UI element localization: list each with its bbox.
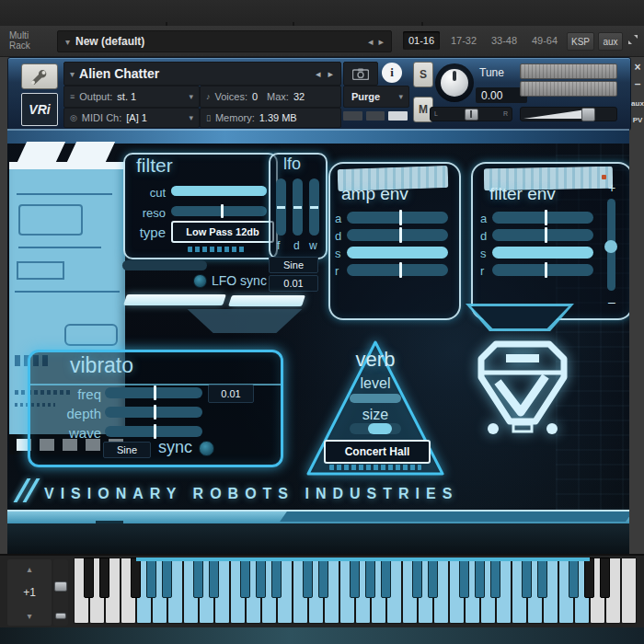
page-tab-49-64[interactable]: 49-64: [526, 31, 563, 50]
filter-type-dropdown[interactable]: Low Pass 12db: [171, 221, 274, 243]
midi-channel-selector[interactable]: ◎ MIDI Ch: [A] 1 ▾: [63, 108, 200, 128]
page-tab-17-32[interactable]: 17-32: [445, 31, 482, 50]
black-key[interactable]: [584, 558, 594, 598]
black-key[interactable]: [209, 558, 219, 598]
pan-slider[interactable]: L R: [430, 107, 512, 121]
black-key[interactable]: [537, 558, 547, 598]
fenv-attack-slider[interactable]: [492, 212, 593, 224]
deco-bright-bar: [228, 295, 305, 306]
amp-decay-slider[interactable]: [347, 229, 448, 241]
verb-room-dropdown[interactable]: Concert Hall: [324, 440, 431, 464]
page-tab-33-48[interactable]: 33-48: [486, 31, 523, 50]
knob-pointer: [453, 71, 456, 81]
black-key[interactable]: [381, 558, 391, 598]
verb-level-slider[interactable]: [350, 394, 401, 403]
black-key[interactable]: [99, 558, 109, 598]
instrument-title-bar[interactable]: ▾ Alien Chatter ◂ ▸: [63, 62, 341, 86]
solo-button[interactable]: S: [413, 62, 433, 87]
slider-handle[interactable]: [604, 240, 617, 253]
black-key[interactable]: [303, 558, 313, 598]
lfo-wave-dropdown[interactable]: Sine: [269, 257, 318, 273]
black-key[interactable]: [350, 558, 360, 598]
white-key[interactable]: [621, 558, 637, 624]
blueprint-line: [15, 291, 120, 293]
black-key[interactable]: [131, 558, 141, 598]
fenv-sustain-slider[interactable]: [492, 247, 593, 259]
keyboard-keys[interactable]: [74, 558, 637, 624]
black-key[interactable]: [428, 558, 438, 598]
transpose-up-button[interactable]: ▴: [27, 564, 31, 574]
amp-attack-slider[interactable]: [347, 212, 448, 224]
black-key[interactable]: [475, 558, 485, 598]
black-key[interactable]: [146, 558, 156, 598]
info-icon[interactable]: i: [382, 63, 402, 83]
preset-next-button[interactable]: ▸: [378, 36, 384, 48]
vibrato-freq-slider[interactable]: [105, 387, 202, 398]
vibrato-sync-led[interactable]: [199, 441, 214, 456]
ksp-button[interactable]: KSP: [567, 32, 594, 51]
mini-fader-handle[interactable]: [55, 613, 66, 619]
fenv-release-slider[interactable]: [492, 264, 593, 276]
transpose-down-button[interactable]: ▾: [27, 611, 31, 621]
prev-instrument-button[interactable]: ◂: [316, 68, 321, 80]
black-key[interactable]: [256, 558, 266, 598]
lfo-wave-slider[interactable]: [309, 178, 319, 236]
slider-handle[interactable]: [368, 423, 392, 434]
slider-marker: [154, 385, 156, 400]
vibrato-wave-slider[interactable]: [105, 426, 202, 437]
aux-toggle[interactable]: aux: [631, 99, 644, 108]
purge-dropdown[interactable]: Purge ▾: [343, 86, 409, 108]
transpose-value: +1: [23, 586, 36, 599]
black-key[interactable]: [318, 558, 328, 598]
next-instrument-button[interactable]: ▸: [328, 68, 333, 80]
filter-cut-slider[interactable]: [171, 186, 267, 196]
verb-size-slider[interactable]: [350, 423, 401, 434]
black-key[interactable]: [193, 558, 203, 598]
fenv-amount-slider[interactable]: [607, 199, 615, 291]
lfo-freq-slider[interactable]: [276, 178, 286, 236]
volume-handle[interactable]: [581, 108, 595, 121]
aux-button[interactable]: aux: [598, 32, 623, 51]
tune-knob[interactable]: [435, 63, 474, 102]
black-key[interactable]: [84, 558, 94, 598]
black-key[interactable]: [569, 558, 579, 598]
pan-handle[interactable]: [465, 109, 478, 121]
deco-stripe: [67, 142, 115, 162]
black-key[interactable]: [240, 558, 250, 598]
page-tab-01-16[interactable]: 01-16: [403, 31, 440, 50]
minimize-button[interactable]: –: [631, 77, 644, 90]
lfo-sync-led[interactable]: [193, 274, 207, 288]
black-key[interactable]: [412, 558, 422, 598]
transpose-control: ▴ +1 ▾: [7, 559, 52, 626]
black-key[interactable]: [459, 558, 469, 598]
output-selector[interactable]: ≡ Output: st. 1 ▾: [63, 86, 200, 108]
snapshot-button[interactable]: [343, 62, 378, 86]
chevron-down-icon[interactable]: ▾: [70, 69, 75, 79]
amp-sustain-slider[interactable]: [347, 247, 448, 259]
vibrato-depth-slider[interactable]: [105, 407, 202, 418]
midi-icon: ◎: [70, 113, 77, 122]
black-key[interactable]: [522, 558, 532, 598]
filter-reso-slider[interactable]: [171, 206, 267, 216]
black-key[interactable]: [271, 558, 282, 598]
black-key[interactable]: [162, 558, 172, 598]
black-key[interactable]: [600, 558, 610, 598]
close-button[interactable]: ×: [631, 61, 644, 74]
lfo-rate-value[interactable]: 0.01: [269, 275, 318, 292]
chevron-down-icon: ▾: [398, 92, 403, 101]
fenv-decay-slider[interactable]: [492, 229, 593, 241]
lfo-depth-slider[interactable]: [293, 178, 303, 236]
preset-prev-button[interactable]: ◂: [368, 36, 374, 48]
wrench-button[interactable]: [21, 63, 58, 89]
vibrato-rate-value[interactable]: 0.01: [208, 385, 254, 403]
pv-toggle[interactable]: PV: [631, 116, 644, 124]
resize-icon[interactable]: [627, 33, 639, 50]
volume-slider[interactable]: [520, 107, 617, 121]
vibrato-wave-dropdown[interactable]: Sine: [103, 442, 151, 458]
amp-release-slider[interactable]: [347, 264, 448, 276]
black-key[interactable]: [365, 558, 375, 598]
vibrato-sync-label: sync: [158, 438, 192, 457]
black-key[interactable]: [490, 558, 500, 598]
mini-fader-handle[interactable]: [54, 581, 67, 592]
preset-dropdown[interactable]: ▾ New (default) ◂ ▸: [57, 30, 392, 52]
